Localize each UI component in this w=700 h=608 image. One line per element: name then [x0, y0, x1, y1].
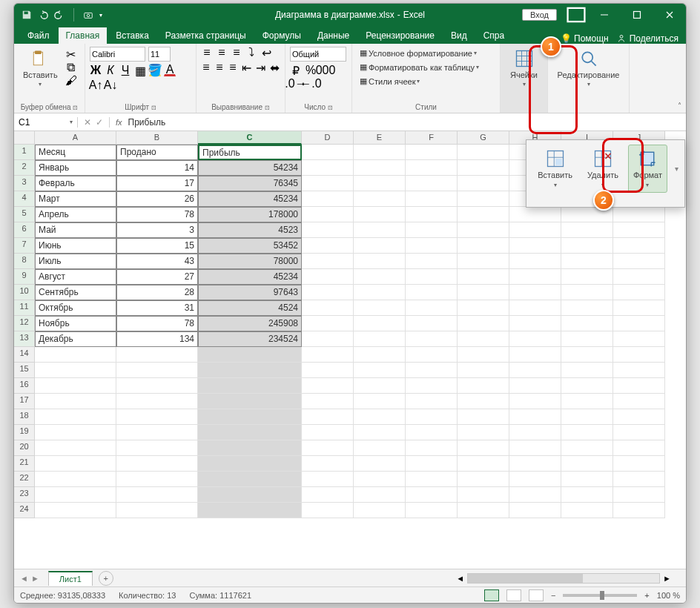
cell[interactable]: 234524 — [198, 331, 302, 347]
cell[interactable] — [458, 378, 509, 394]
cell[interactable] — [354, 207, 406, 222]
cell[interactable]: 4524 — [198, 300, 302, 316]
cell[interactable]: 78000 — [198, 254, 302, 269]
cell[interactable] — [613, 363, 665, 378]
cell[interactable] — [302, 222, 354, 238]
cell[interactable] — [613, 472, 665, 487]
cell[interactable] — [354, 269, 406, 285]
cell[interactable] — [116, 425, 198, 440]
tab-page-layout[interactable]: Разметка страницы — [158, 27, 254, 44]
cell[interactable] — [458, 176, 509, 191]
cell[interactable] — [561, 238, 613, 254]
minimize-button[interactable] — [588, 4, 621, 26]
cell[interactable] — [35, 394, 116, 409]
cell[interactable] — [302, 347, 354, 363]
cell[interactable]: 14 — [116, 160, 198, 176]
add-sheet-button[interactable]: + — [99, 571, 113, 586]
cell[interactable] — [354, 145, 406, 160]
cell[interactable] — [302, 269, 354, 285]
cell[interactable] — [458, 487, 509, 503]
cell[interactable] — [354, 456, 406, 472]
cell[interactable] — [561, 316, 613, 331]
cell[interactable]: Июнь — [35, 238, 116, 254]
cell[interactable] — [116, 409, 198, 425]
percent-icon[interactable]: % — [305, 65, 317, 76]
cell[interactable] — [302, 378, 354, 394]
login-button[interactable]: Вход — [522, 9, 557, 21]
tab-formulas[interactable]: Формулы — [255, 27, 308, 44]
cell[interactable] — [354, 191, 406, 207]
cell[interactable] — [116, 503, 198, 518]
row-header[interactable]: 22 — [14, 472, 35, 487]
column-header[interactable]: A — [35, 131, 116, 145]
cell[interactable] — [458, 472, 509, 487]
cell[interactable] — [458, 409, 509, 425]
row-header[interactable]: 3 — [14, 176, 35, 191]
tab-insert[interactable]: Вставка — [108, 27, 156, 44]
cell[interactable] — [302, 285, 354, 300]
cell[interactable] — [302, 176, 354, 191]
zoom-in-button[interactable]: + — [644, 591, 649, 600]
cell[interactable] — [406, 285, 458, 300]
cell[interactable] — [406, 300, 458, 316]
cell[interactable] — [354, 425, 406, 440]
cell[interactable] — [302, 300, 354, 316]
cell[interactable] — [198, 347, 302, 363]
row-header[interactable]: 9 — [14, 269, 35, 285]
cell[interactable] — [613, 394, 665, 409]
name-box[interactable]: C1▾ — [14, 117, 78, 128]
cell[interactable] — [458, 160, 509, 176]
cell[interactable]: 53452 — [198, 238, 302, 254]
cell[interactable] — [406, 331, 458, 347]
cell[interactable] — [509, 425, 561, 440]
zoom-slider[interactable] — [563, 594, 637, 597]
increase-indent-icon[interactable]: ⇥ — [255, 62, 266, 73]
cell[interactable] — [458, 191, 509, 207]
cell[interactable] — [509, 222, 561, 238]
cells-group-button[interactable]: Ячейки▾ — [505, 47, 543, 89]
increase-font-icon[interactable]: A↑ — [90, 79, 102, 91]
editing-group-button[interactable]: Редактирование▾ — [552, 47, 624, 89]
cell[interactable]: 17 — [116, 176, 198, 191]
cell[interactable] — [116, 394, 198, 409]
tell-me[interactable]: 💡 Помощн — [561, 33, 609, 44]
cell[interactable] — [354, 331, 406, 347]
cell[interactable] — [354, 222, 406, 238]
cell[interactable] — [198, 472, 302, 487]
scroll-right-icon[interactable]: ► — [663, 574, 671, 583]
cell[interactable]: 15 — [116, 238, 198, 254]
zoom-level[interactable]: 100 % — [657, 591, 680, 600]
cell[interactable] — [561, 254, 613, 269]
cell[interactable] — [198, 440, 302, 456]
cell[interactable] — [35, 472, 116, 487]
cell[interactable] — [509, 472, 561, 487]
cell[interactable] — [509, 269, 561, 285]
cell[interactable] — [302, 394, 354, 409]
comma-icon[interactable]: 000 — [320, 65, 331, 76]
orientation-icon[interactable]: ⤵ — [245, 47, 257, 59]
cell[interactable] — [35, 425, 116, 440]
cell[interactable] — [354, 300, 406, 316]
align-bottom-icon[interactable]: ≡ — [231, 47, 242, 59]
view-page-break-button[interactable] — [529, 589, 544, 601]
cell[interactable] — [613, 503, 665, 518]
row-header[interactable]: 23 — [14, 487, 35, 503]
cut-icon[interactable]: ✂ — [65, 48, 77, 60]
cell[interactable] — [458, 254, 509, 269]
wrap-text-icon[interactable]: ↩ — [260, 47, 272, 59]
underline-button[interactable]: Ч — [119, 65, 131, 76]
cell[interactable] — [458, 394, 509, 409]
cell[interactable] — [509, 347, 561, 363]
cell[interactable] — [613, 316, 665, 331]
cell[interactable] — [509, 254, 561, 269]
fx-icon[interactable]: fx — [110, 118, 122, 127]
cell[interactable] — [302, 254, 354, 269]
bold-button[interactable]: Ж — [90, 65, 102, 76]
cell[interactable]: 28 — [116, 285, 198, 300]
cell[interactable]: Ноябрь — [35, 316, 116, 331]
cell[interactable] — [354, 347, 406, 363]
cell[interactable]: 45234 — [198, 269, 302, 285]
cell[interactable] — [302, 207, 354, 222]
cell[interactable] — [406, 222, 458, 238]
cell[interactable] — [302, 145, 354, 160]
